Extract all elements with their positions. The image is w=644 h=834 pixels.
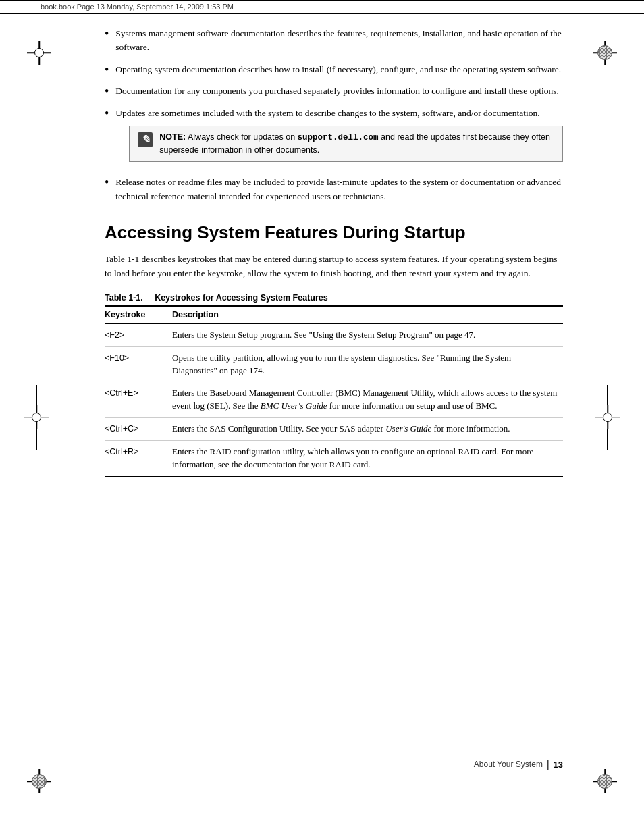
keystroke-cell: <F10> [105, 346, 172, 382]
keystroke-cell: <Ctrl+R> [105, 440, 172, 476]
bullet-icon: • [105, 63, 109, 77]
section-intro: Table 1-1 describes keystrokes that may … [105, 253, 563, 281]
list-item: • Updates are sometimes included with th… [105, 107, 563, 167]
keystroke-cell: <Ctrl+C> [105, 418, 172, 441]
list-item-text: Operating system documentation describes… [115, 63, 563, 76]
description-cell: Enters the SAS Configuration Utility. Se… [172, 418, 563, 441]
note-body: Always check for updates on support.dell… [159, 132, 550, 155]
side-mark-left [24, 385, 49, 450]
list-item: • Operating system documentation describ… [105, 63, 563, 77]
corner-tr [593, 41, 617, 65]
note-label: NOTE: [159, 132, 186, 142]
description-cell: Opens the utility partition, allowing yo… [172, 346, 563, 382]
header-bar: book.book Page 13 Monday, September 14, … [0, 0, 644, 14]
bullet-icon: • [105, 85, 109, 99]
list-item-text: Updates are sometimes included with the … [115, 107, 563, 167]
table-row: <Ctrl+E> Enters the Baseboard Management… [105, 382, 563, 418]
header-text: book.book Page 13 Monday, September 14, … [41, 3, 234, 11]
section-heading: Accessing System Features During Startup [105, 222, 563, 243]
description-cell: Enters the Baseboard Management Controll… [172, 382, 563, 418]
corner-bl [27, 769, 51, 793]
keystroke-table: Keystroke Description <F2> Enters the Sy… [105, 305, 563, 477]
page: book.book Page 13 Monday, September 14, … [0, 0, 644, 834]
list-item: • Release notes or readme files may be i… [105, 176, 563, 203]
bullet-icon: • [105, 107, 109, 121]
footer-page-number: 13 [554, 760, 563, 770]
side-mark-right [595, 385, 620, 450]
keystroke-cell: <Ctrl+E> [105, 382, 172, 418]
corner-tl [27, 41, 51, 65]
italic-text: User's Guide [385, 423, 431, 434]
table-row: <F2> Enters the System Setup program. Se… [105, 323, 563, 346]
list-item: • Documentation for any components you p… [105, 84, 563, 99]
list-item-text: Systems management software documentatio… [115, 27, 563, 55]
table-caption-title [145, 293, 152, 303]
corner-br [593, 769, 617, 793]
table-row: <Ctrl+C> Enters the SAS Configuration Ut… [105, 418, 563, 441]
table-caption: Table 1-1. Keystrokes for Accessing Syst… [105, 293, 563, 303]
table-row: <F10> Opens the utility partition, allow… [105, 346, 563, 382]
footer-pipe: | [547, 759, 549, 770]
list-item-text: Documentation for any components you pur… [115, 84, 563, 98]
note-icon: ✎ [138, 132, 153, 147]
main-content: • Systems management software documentat… [0, 14, 644, 504]
description-cell: Enters the RAID configuration utility, w… [172, 440, 563, 476]
table-caption-label: Table 1-1. [105, 293, 143, 303]
note-box: ✎ NOTE: Always check for updates on supp… [129, 126, 563, 162]
table-caption-title-text: Keystrokes for Accessing System Features [155, 293, 328, 303]
footer: About Your System | 13 [0, 759, 644, 770]
table-header-row: Keystroke Description [105, 306, 563, 323]
bullet-list: • Systems management software documentat… [105, 27, 563, 203]
footer-section-label: About Your System [474, 760, 543, 769]
table-row: <Ctrl+R> Enters the RAID configuration u… [105, 440, 563, 476]
description-cell: Enters the System Setup program. See "Us… [172, 323, 563, 346]
col-header-description: Description [172, 306, 563, 323]
note-url: support.dell.com [298, 133, 379, 142]
bullet-icon: • [105, 176, 109, 190]
italic-text: BMC User's Guide [261, 400, 327, 411]
note-text: NOTE: Always check for updates on suppor… [159, 132, 554, 156]
keystroke-cell: <F2> [105, 323, 172, 346]
bullet-icon: • [105, 28, 109, 41]
list-item-text: Release notes or readme files may be inc… [115, 176, 563, 203]
list-item: • Systems management software documentat… [105, 27, 563, 55]
col-header-keystroke: Keystroke [105, 306, 172, 323]
